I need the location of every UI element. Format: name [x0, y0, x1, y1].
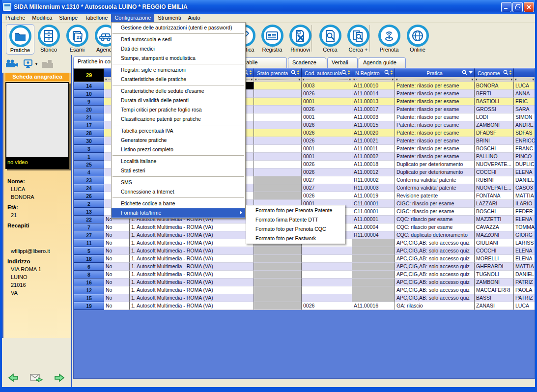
row-number-button[interactable]: 7	[74, 224, 104, 231]
row-number-button[interactable]: 22	[74, 216, 104, 224]
title-bar[interactable]: SIDA Millennium v.1310 * Autoscuola LUIN…	[0, 0, 537, 14]
send-email-button[interactable]	[30, 373, 43, 382]
row-number-button[interactable]: 14	[74, 82, 104, 90]
row-number-button[interactable]: 23	[74, 176, 104, 184]
forward-arrow-button[interactable]	[53, 373, 65, 382]
filter-cell-col7[interactable]: ▾▾	[514, 77, 535, 82]
minimize-button[interactable]	[501, 2, 511, 12]
menu-item-durata-di-validit-delle-patenti[interactable]: Durata di validità delle patenti	[112, 96, 245, 105]
close-button[interactable]	[524, 2, 534, 12]
row-number-button[interactable]: 15	[74, 294, 104, 302]
video-camera-icon[interactable]	[5, 59, 19, 68]
row-number-button[interactable]: 30	[74, 137, 104, 145]
menu-item-formati-foto-firme[interactable]: Formati foto/firme	[112, 208, 245, 218]
column-header-stato-prenota[interactable]: Stato prenota	[254, 68, 302, 77]
menu-item-gestione-delle-autorizzazioni-utenti-e-password[interactable]: Gestione delle autorizzazioni (utenti e …	[112, 23, 245, 32]
menu-item-stampe-stampanti-e-modulistica[interactable]: Stampe, stampanti e modulistica	[112, 54, 245, 63]
row-number-button[interactable]: 8	[74, 271, 104, 279]
row-number-button[interactable]: 4	[74, 168, 104, 176]
row-number-button[interactable]: 2	[74, 200, 104, 208]
menubar-item-modifica[interactable]: Modifica	[28, 14, 56, 22]
menu-item-tempi-critici-per-pratiche-foglio-rosa[interactable]: Tempi critici per pratiche foglio rosa	[112, 105, 245, 114]
row-number-button[interactable]: 28	[74, 129, 104, 137]
row-number-button[interactable]: 1	[74, 153, 104, 161]
restore-button[interactable]	[512, 2, 523, 12]
row-number-button[interactable]: 5	[74, 247, 104, 255]
column-header-col7[interactable]	[514, 68, 535, 77]
row-number-button[interactable]: 20	[74, 106, 104, 113]
filter-cell-col4[interactable]: ▾▾	[352, 77, 395, 82]
submenu-item-formato-firma-patente-dtt[interactable]: Formato firma Patente DTT	[246, 215, 345, 224]
toolbar-button-registra[interactable]: Registra	[258, 24, 286, 55]
toolbar-button-prenota[interactable]: Prenota	[375, 24, 403, 55]
table-row[interactable]: No1. Autosoft Multimedia - ROMA (VA)APC,…	[104, 263, 535, 271]
menubar-item-aiuto[interactable]: Aiuto	[184, 14, 203, 22]
table-row[interactable]: No1. Autosoft Multimedia - ROMA (VA)APC,…	[104, 255, 535, 263]
toolbar-button-storico[interactable]: Storico	[34, 24, 63, 55]
menu-item-sms[interactable]: SMS	[112, 178, 245, 187]
menubar-item-stampe[interactable]: Stampe	[56, 14, 81, 22]
row-number-button[interactable]: 11	[74, 239, 104, 247]
back-arrow-button[interactable]	[8, 373, 20, 382]
row-number-button[interactable]: 13	[74, 208, 104, 216]
column-header-cognome[interactable]: Cognome	[475, 68, 514, 77]
tab-agenda-guide[interactable]: Agenda guide	[359, 57, 406, 68]
row-number-button[interactable]: 24	[74, 184, 104, 192]
toolbar-button-online[interactable]: Online	[403, 24, 432, 55]
row-number-button[interactable]: 9	[74, 98, 104, 106]
row-number-button[interactable]: 10	[74, 90, 104, 98]
menu-item-dati-autoscuola-e-sedi[interactable]: Dati autoscuola e sedi	[112, 35, 245, 44]
menubar-item-configurazione[interactable]: Configurazione	[111, 14, 154, 22]
filter-cell-col5[interactable]: ▾▾	[395, 77, 475, 82]
menubar-item-strumenti[interactable]: Strumenti	[154, 14, 184, 22]
menu-item-registri-sigle-e-numerazioni[interactable]: Registri: sigle e numerazioni	[112, 65, 245, 75]
column-header-pratica[interactable]: Pratica	[395, 68, 475, 77]
column-header-n-registro[interactable]: N.Registro	[352, 68, 395, 77]
menu-item-classificazione-patenti-per-pratiche[interactable]: Classificazione patenti per pratiche	[112, 114, 245, 124]
filter-cell-col2[interactable]: ▾▾	[254, 77, 302, 82]
table-row[interactable]: No1. Autosoft Multimedia - ROMA (VA)APC,…	[104, 286, 535, 294]
row-number-button[interactable]: 17	[74, 121, 104, 129]
webcam-icon[interactable]	[23, 59, 33, 69]
menu-item-etichette-codice-a-barre[interactable]: Etichette codice a barre	[112, 199, 245, 208]
menu-item-generatore-pratiche[interactable]: Generatore pratiche	[112, 136, 245, 145]
menu-item-dati-dei-medici[interactable]: Dati dei medici	[112, 44, 245, 54]
table-row[interactable]: No1. Autosoft Multimedia - ROMA (VA)APC,…	[104, 279, 535, 286]
submenu-item-formato-foto-per-prenota-cqc[interactable]: Formato foto per Prenota CQC	[246, 224, 345, 234]
menu-item-stati-esteri[interactable]: Stati esteri	[112, 166, 245, 175]
menu-item-connessione-a-internet[interactable]: Connessione a Internet	[112, 187, 245, 196]
menubar-item-tabellone[interactable]: Tabellone	[81, 14, 111, 22]
row-number-button[interactable]: 25	[74, 161, 104, 168]
submenu-item-formato-foto-per-fastwork[interactable]: Formato foto per Fastwork	[246, 234, 345, 243]
row-number-button[interactable]: 6	[74, 263, 104, 271]
tab-verbali[interactable]: Verbali	[327, 57, 358, 68]
toolbar-button-cerca[interactable]: Cerca	[316, 24, 344, 55]
toolbar-button-cerca[interactable]: Cerca +	[344, 24, 372, 55]
toolbar-button-rimuovi[interactable]: Rimuovi	[286, 24, 314, 55]
table-row[interactable]: No1. Autosoft Multimedia - ROMA (VA)0026…	[104, 302, 535, 310]
submenu-item-formato-foto-per-prenota-patente[interactable]: Formato foto per Prenota Patente	[246, 206, 345, 215]
table-row[interactable]: No1. Autosoft Multimedia - ROMA (VA)APC,…	[104, 294, 535, 302]
menu-item-tabella-percentuali-iva[interactable]: Tabella percentuali IVA	[112, 126, 245, 136]
toolbar-button-pratiche[interactable]: Pratiche	[6, 24, 34, 55]
column-header-cod-autoscuola[interactable]: Cod. autoscuola	[302, 68, 352, 77]
tab-scadenze[interactable]: Scadenze	[288, 57, 326, 68]
menu-item-listino-prezzi-completo[interactable]: Listino prezzi completo	[112, 145, 245, 154]
table-row[interactable]: No1. Autosoft Multimedia - ROMA (VA)APC,…	[104, 271, 535, 279]
toolbar-button-esami[interactable]: 21Esami	[63, 24, 91, 55]
webcam-dropdown-icon[interactable]: ▾	[35, 62, 37, 66]
row-number-button[interactable]: 3	[74, 145, 104, 153]
filter-cell-col6[interactable]: ▾▾	[475, 77, 514, 82]
row-number-button[interactable]: 26	[74, 192, 104, 200]
menu-item-caratteristiche-delle-pratiche[interactable]: Caratteristiche delle pratiche	[112, 75, 245, 84]
row-number-button[interactable]: 21	[74, 113, 104, 121]
filter-cell-col3[interactable]: ▾▾	[302, 77, 352, 82]
row-number-button[interactable]: 16	[74, 279, 104, 286]
row-number-button[interactable]: 19	[74, 302, 104, 310]
row-number-button[interactable]: 27	[74, 231, 104, 239]
menu-item-caratteristiche-delle-sedute-d-esame[interactable]: Caratteristiche delle sedute d'esame	[112, 86, 245, 96]
menu-item-localit-italiane[interactable]: Località italiane	[112, 157, 245, 166]
menubar-item-pratiche[interactable]: Pratiche	[2, 14, 28, 22]
row-number-button[interactable]: 12	[74, 286, 104, 294]
table-row[interactable]: No1. Autosoft Multimedia - ROMA (VA)APC,…	[104, 247, 535, 255]
